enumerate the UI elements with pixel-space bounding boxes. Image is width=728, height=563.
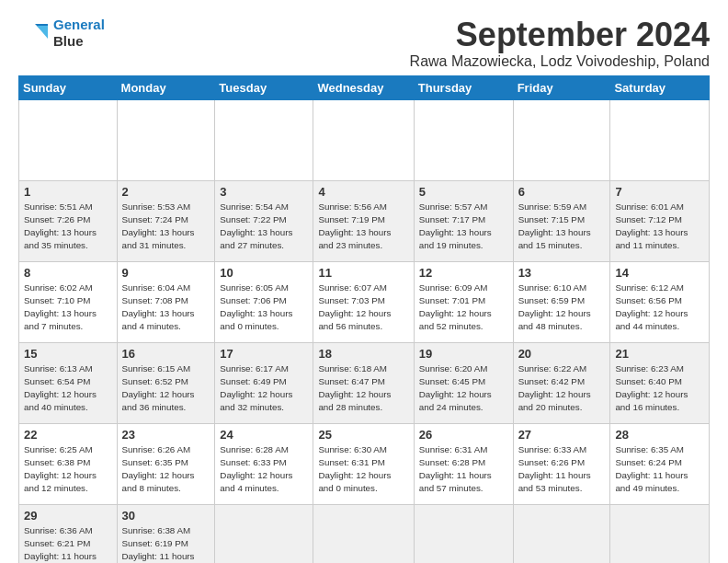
calendar-cell: 25Sunrise: 6:30 AM Sunset: 6:31 PM Dayli… <box>313 423 414 504</box>
calendar-cell: 21Sunrise: 6:23 AM Sunset: 6:40 PM Dayli… <box>610 342 710 423</box>
day-number: 4 <box>318 185 408 199</box>
title-section: September 2024 Rawa Mazowiecka, Lodz Voi… <box>410 17 710 70</box>
logo-text: General Blue <box>53 17 105 50</box>
calendar-cell: 10Sunrise: 6:05 AM Sunset: 7:06 PM Dayli… <box>215 261 313 342</box>
day-info: Sunrise: 5:56 AM Sunset: 7:19 PM Dayligh… <box>318 201 408 253</box>
day-number: 7 <box>615 185 704 199</box>
header-wednesday: Wednesday <box>313 75 414 99</box>
day-info: Sunrise: 6:35 AM Sunset: 6:24 PM Dayligh… <box>615 443 704 496</box>
day-number: 21 <box>615 347 704 361</box>
calendar-week-row: 29Sunrise: 6:36 AM Sunset: 6:21 PM Dayli… <box>19 504 710 563</box>
calendar-cell <box>215 99 313 180</box>
day-info: Sunrise: 5:57 AM Sunset: 7:17 PM Dayligh… <box>419 201 508 253</box>
day-info: Sunrise: 6:38 AM Sunset: 6:19 PM Dayligh… <box>122 524 210 563</box>
day-info: Sunrise: 6:07 AM Sunset: 7:03 PM Dayligh… <box>318 282 408 334</box>
calendar-cell <box>117 99 215 180</box>
month-title: September 2024 <box>410 17 710 53</box>
header-sunday: Sunday <box>19 75 118 99</box>
day-number: 9 <box>122 266 210 280</box>
calendar-cell: 1Sunrise: 5:51 AM Sunset: 7:26 PM Daylig… <box>19 180 118 261</box>
day-info: Sunrise: 6:33 AM Sunset: 6:26 PM Dayligh… <box>518 443 606 496</box>
day-number: 15 <box>24 347 112 361</box>
calendar-cell: 27Sunrise: 6:33 AM Sunset: 6:26 PM Dayli… <box>513 423 610 504</box>
day-info: Sunrise: 6:22 AM Sunset: 6:42 PM Dayligh… <box>518 362 606 415</box>
day-info: Sunrise: 6:12 AM Sunset: 6:56 PM Dayligh… <box>615 282 704 334</box>
day-info: Sunrise: 6:30 AM Sunset: 6:31 PM Dayligh… <box>318 443 408 496</box>
header: General Blue September 2024 Rawa Mazowie… <box>18 17 710 70</box>
day-info: Sunrise: 6:25 AM Sunset: 6:38 PM Dayligh… <box>24 443 112 496</box>
calendar-cell: 26Sunrise: 6:31 AM Sunset: 6:28 PM Dayli… <box>414 423 513 504</box>
calendar-cell <box>610 504 710 563</box>
header-saturday: Saturday <box>610 75 710 99</box>
calendar-week-row: 15Sunrise: 6:13 AM Sunset: 6:54 PM Dayli… <box>19 342 710 423</box>
day-number: 14 <box>615 266 704 280</box>
calendar-cell: 13Sunrise: 6:10 AM Sunset: 6:59 PM Dayli… <box>513 261 610 342</box>
day-info: Sunrise: 6:04 AM Sunset: 7:08 PM Dayligh… <box>122 282 210 334</box>
day-info: Sunrise: 6:10 AM Sunset: 6:59 PM Dayligh… <box>518 282 606 334</box>
day-number: 1 <box>24 185 112 199</box>
day-info: Sunrise: 6:13 AM Sunset: 6:54 PM Dayligh… <box>24 362 112 415</box>
day-number: 2 <box>122 185 210 199</box>
day-number: 27 <box>518 428 606 442</box>
day-info: Sunrise: 5:53 AM Sunset: 7:24 PM Dayligh… <box>122 201 210 253</box>
day-info: Sunrise: 6:05 AM Sunset: 7:06 PM Dayligh… <box>220 282 308 334</box>
day-number: 20 <box>518 347 606 361</box>
day-number: 17 <box>220 347 308 361</box>
calendar-cell: 5Sunrise: 5:57 AM Sunset: 7:17 PM Daylig… <box>414 180 513 261</box>
day-number: 11 <box>318 266 408 280</box>
calendar-cell: 2Sunrise: 5:53 AM Sunset: 7:24 PM Daylig… <box>117 180 215 261</box>
day-info: Sunrise: 6:36 AM Sunset: 6:21 PM Dayligh… <box>24 524 112 563</box>
day-info: Sunrise: 6:15 AM Sunset: 6:52 PM Dayligh… <box>122 362 210 415</box>
day-number: 18 <box>318 347 408 361</box>
day-number: 28 <box>615 428 704 442</box>
day-number: 19 <box>419 347 508 361</box>
day-number: 16 <box>122 347 210 361</box>
calendar-cell <box>414 99 513 180</box>
calendar-cell <box>610 99 710 180</box>
day-number: 26 <box>419 428 508 442</box>
calendar-week-row: 8Sunrise: 6:02 AM Sunset: 7:10 PM Daylig… <box>19 261 710 342</box>
day-info: Sunrise: 6:28 AM Sunset: 6:33 PM Dayligh… <box>220 443 308 496</box>
calendar-cell <box>19 99 118 180</box>
calendar-cell: 9Sunrise: 6:04 AM Sunset: 7:08 PM Daylig… <box>117 261 215 342</box>
day-number: 5 <box>419 185 508 199</box>
calendar-cell: 17Sunrise: 6:17 AM Sunset: 6:49 PM Dayli… <box>215 342 313 423</box>
calendar: SundayMondayTuesdayWednesdayThursdayFrid… <box>18 75 710 563</box>
day-info: Sunrise: 6:01 AM Sunset: 7:12 PM Dayligh… <box>615 201 704 253</box>
day-info: Sunrise: 6:20 AM Sunset: 6:45 PM Dayligh… <box>419 362 508 415</box>
day-info: Sunrise: 6:26 AM Sunset: 6:35 PM Dayligh… <box>122 443 210 496</box>
calendar-cell: 7Sunrise: 6:01 AM Sunset: 7:12 PM Daylig… <box>610 180 710 261</box>
day-number: 22 <box>24 428 112 442</box>
calendar-cell: 15Sunrise: 6:13 AM Sunset: 6:54 PM Dayli… <box>19 342 118 423</box>
calendar-cell: 3Sunrise: 5:54 AM Sunset: 7:22 PM Daylig… <box>215 180 313 261</box>
calendar-cell: 19Sunrise: 6:20 AM Sunset: 6:45 PM Dayli… <box>414 342 513 423</box>
calendar-cell: 11Sunrise: 6:07 AM Sunset: 7:03 PM Dayli… <box>313 261 414 342</box>
calendar-cell <box>513 504 610 563</box>
day-info: Sunrise: 5:54 AM Sunset: 7:22 PM Dayligh… <box>220 201 308 253</box>
calendar-week-row <box>19 99 710 180</box>
calendar-week-row: 22Sunrise: 6:25 AM Sunset: 6:38 PM Dayli… <box>19 423 710 504</box>
day-number: 6 <box>518 185 606 199</box>
calendar-cell: 18Sunrise: 6:18 AM Sunset: 6:47 PM Dayli… <box>313 342 414 423</box>
day-info: Sunrise: 5:51 AM Sunset: 7:26 PM Dayligh… <box>24 201 112 253</box>
subtitle: Rawa Mazowiecka, Lodz Voivodeship, Polan… <box>410 53 710 70</box>
calendar-cell: 14Sunrise: 6:12 AM Sunset: 6:56 PM Dayli… <box>610 261 710 342</box>
day-info: Sunrise: 6:23 AM Sunset: 6:40 PM Dayligh… <box>615 362 704 415</box>
calendar-cell <box>513 99 610 180</box>
day-info: Sunrise: 6:02 AM Sunset: 7:10 PM Dayligh… <box>24 282 112 334</box>
header-tuesday: Tuesday <box>215 75 313 99</box>
header-friday: Friday <box>513 75 610 99</box>
calendar-cell: 16Sunrise: 6:15 AM Sunset: 6:52 PM Dayli… <box>117 342 215 423</box>
calendar-cell <box>215 504 313 563</box>
day-number: 29 <box>24 509 112 523</box>
day-number: 13 <box>518 266 606 280</box>
calendar-header-row: SundayMondayTuesdayWednesdayThursdayFrid… <box>19 75 710 99</box>
calendar-cell: 28Sunrise: 6:35 AM Sunset: 6:24 PM Dayli… <box>610 423 710 504</box>
day-number: 30 <box>122 509 210 523</box>
day-number: 12 <box>419 266 508 280</box>
header-thursday: Thursday <box>414 75 513 99</box>
calendar-cell: 24Sunrise: 6:28 AM Sunset: 6:33 PM Dayli… <box>215 423 313 504</box>
day-number: 24 <box>220 428 308 442</box>
calendar-cell: 12Sunrise: 6:09 AM Sunset: 7:01 PM Dayli… <box>414 261 513 342</box>
header-monday: Monday <box>117 75 215 99</box>
